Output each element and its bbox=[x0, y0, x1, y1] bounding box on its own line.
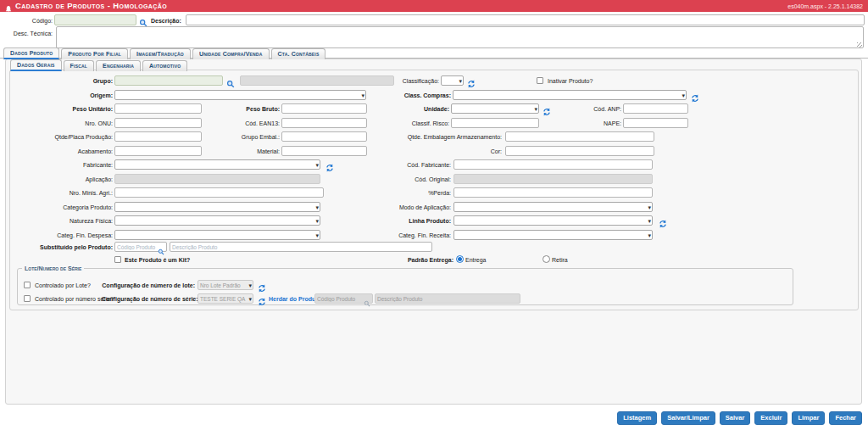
chevron-down-icon: ▾ bbox=[648, 204, 651, 211]
cod-fabricante-field[interactable] bbox=[453, 159, 653, 170]
desc-tecnica-textarea[interactable] bbox=[56, 26, 864, 48]
nro-minis-label: Nro. Minis. Agri.: bbox=[8, 188, 113, 198]
classif-risco-field[interactable] bbox=[451, 118, 539, 128]
chevron-down-icon: ▾ bbox=[315, 204, 319, 211]
origem-select[interactable]: ▾ bbox=[114, 90, 366, 100]
peso-unitario-label: Peso Unitário: bbox=[8, 104, 113, 114]
descricao-field[interactable] bbox=[186, 14, 865, 25]
categ-fin-receita-label: Categ. Fin. Receita: bbox=[373, 231, 451, 240]
unidade-select[interactable]: ▾ bbox=[451, 103, 539, 114]
cod-ean13-field[interactable] bbox=[281, 118, 367, 128]
categ-fin-despesa-select[interactable]: ▾ bbox=[114, 230, 320, 240]
unidade-label: Unidade: bbox=[390, 104, 449, 114]
linha-produto-select[interactable]: ▾ bbox=[453, 215, 653, 226]
modo-aplicacao-select[interactable]: ▾ bbox=[453, 202, 653, 212]
chevron-down-icon: ▾ bbox=[648, 232, 651, 239]
cod-anp-field[interactable] bbox=[623, 103, 688, 114]
fabricante-label: Fabricante: bbox=[8, 160, 113, 170]
aplicacao-field bbox=[114, 174, 320, 184]
page-title: Cadastro de Produtos - Homologação bbox=[15, 1, 167, 11]
codigo-search-icon[interactable] bbox=[139, 15, 147, 24]
natureza-fisica-select[interactable]: ▾ bbox=[114, 215, 320, 226]
categoria-produto-select[interactable]: ▾ bbox=[114, 202, 320, 212]
peso-unitario-field[interactable] bbox=[114, 103, 202, 114]
acabamento-field[interactable] bbox=[114, 146, 202, 156]
herdar-search-icon bbox=[364, 295, 370, 302]
nape-label: NAPE: bbox=[570, 119, 621, 128]
tab-imagem-traducao[interactable]: Imagem/Tradução bbox=[130, 48, 191, 59]
kit-checkbox[interactable] bbox=[114, 256, 121, 263]
nape-field[interactable] bbox=[623, 118, 688, 128]
excluir-button[interactable]: Excluir bbox=[754, 411, 787, 425]
controlado-lote-checkbox[interactable] bbox=[24, 282, 31, 288]
tab-dados-gerais[interactable]: Dados Gerais bbox=[10, 59, 62, 71]
classif-risco-label: Classif. Risco: bbox=[390, 119, 449, 128]
desc-tecnica-label: Desc. Técnica: bbox=[8, 29, 53, 38]
herdar-produto-link[interactable]: Herdar do Produto bbox=[269, 294, 321, 304]
nro-onu-field[interactable] bbox=[114, 118, 202, 128]
codigo-field[interactable] bbox=[54, 14, 136, 25]
nro-minis-field[interactable] bbox=[114, 187, 324, 198]
linha-produto-refresh-icon[interactable] bbox=[659, 216, 667, 225]
peso-bruto-field[interactable] bbox=[281, 103, 367, 114]
tab-fiscal[interactable]: Fiscal bbox=[64, 60, 94, 71]
tab-produto-por-filial[interactable]: Produto Por Filial bbox=[61, 48, 128, 59]
chevron-down-icon: ▾ bbox=[534, 105, 537, 113]
entrega-radio[interactable] bbox=[456, 255, 464, 263]
perda-field[interactable] bbox=[453, 187, 653, 198]
fechar-button[interactable]: Fechar bbox=[829, 411, 862, 425]
substituido-descricao-field[interactable] bbox=[170, 242, 432, 252]
qtde-placa-field[interactable] bbox=[114, 131, 202, 142]
class-compras-label: Class. Compras: bbox=[373, 91, 451, 100]
grupo-embal-field[interactable] bbox=[281, 131, 367, 142]
chevron-down-icon: ▾ bbox=[315, 217, 319, 225]
config-serie-refresh-icon[interactable] bbox=[258, 294, 266, 303]
nro-onu-label: Nro. ONU: bbox=[8, 119, 113, 128]
chevron-down-icon: ▾ bbox=[682, 92, 685, 99]
tab-dados-produto[interactable]: Dados Produto bbox=[3, 47, 59, 59]
title-bar: Cadastro de Produtos - Homologação es040… bbox=[0, 0, 868, 12]
classificacao-refresh-icon[interactable] bbox=[467, 76, 476, 85]
cod-original-field bbox=[453, 174, 653, 184]
qtde-embalagem-field[interactable] bbox=[505, 131, 654, 142]
config-lote-label: Configuração de número de lote: bbox=[102, 281, 195, 290]
chevron-down-icon: ▾ bbox=[248, 282, 252, 289]
listagem-button[interactable]: Listagem bbox=[617, 411, 657, 425]
chevron-down-icon: ▾ bbox=[361, 92, 364, 99]
grupo-description-field bbox=[240, 75, 394, 86]
categ-fin-receita-select[interactable]: ▾ bbox=[453, 230, 653, 240]
tab-unidade-compra-venda[interactable]: Unidade Compra/Venda bbox=[192, 48, 270, 59]
fabricante-select[interactable]: ▾ bbox=[114, 159, 320, 170]
tab-cta-contabeis[interactable]: Cta. Contábeis bbox=[271, 48, 326, 59]
inativar-checkbox[interactable] bbox=[537, 77, 543, 84]
salvar-button[interactable]: Salvar bbox=[720, 411, 751, 425]
sub-tabs: Dados Gerais Fiscal Engenharia Automotiv… bbox=[10, 59, 187, 71]
tab-automotivo[interactable]: Automotivo bbox=[142, 60, 187, 71]
chevron-down-icon: ▾ bbox=[315, 232, 319, 239]
textarea-resize-grip[interactable] bbox=[857, 42, 862, 47]
cor-field[interactable] bbox=[505, 146, 654, 156]
kit-label: Este Produto é um Kit? bbox=[125, 255, 226, 265]
classificacao-select[interactable]: ▾ bbox=[441, 75, 464, 86]
retira-radio[interactable] bbox=[542, 255, 550, 263]
grupo-search-icon[interactable] bbox=[226, 76, 235, 85]
tab-engenharia[interactable]: Engenharia bbox=[96, 60, 141, 71]
salvar-limpar-button[interactable]: Salvar/Limpar bbox=[661, 411, 715, 425]
material-field[interactable] bbox=[281, 146, 367, 156]
material-label: Material: bbox=[212, 147, 280, 156]
grupo-label: Grupo: bbox=[8, 76, 113, 86]
grupo-lookup-field[interactable] bbox=[114, 75, 223, 86]
unidade-refresh-icon[interactable] bbox=[542, 104, 551, 113]
limpar-button[interactable]: Limpar bbox=[792, 411, 825, 425]
footer-buttons: Listagem Salvar/Limpar Salvar Excluir Li… bbox=[617, 411, 862, 425]
class-compras-refresh-icon[interactable] bbox=[691, 91, 699, 99]
bell-icon bbox=[4, 2, 13, 10]
substituido-search-icon[interactable] bbox=[158, 243, 164, 250]
controlado-serie-checkbox[interactable] bbox=[24, 295, 31, 302]
categoria-produto-label: Categoria Produto: bbox=[8, 203, 113, 212]
fabricante-refresh-icon[interactable] bbox=[326, 160, 334, 169]
aplicacao-label: Aplicação: bbox=[8, 175, 113, 184]
config-lote-refresh-icon[interactable] bbox=[258, 281, 266, 289]
chevron-down-icon: ▾ bbox=[459, 77, 462, 85]
class-compras-select[interactable]: ▾ bbox=[453, 90, 687, 100]
